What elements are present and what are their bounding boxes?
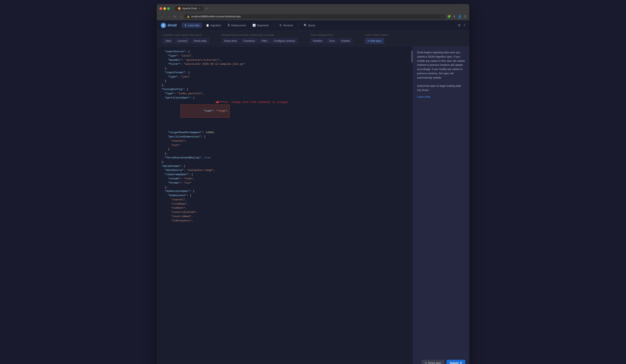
code-line-highlighted: "type": "range", — [161, 100, 408, 130]
nav-item-datasources[interactable]: 🗄 Datasources — [225, 23, 249, 28]
nav-item-ingestion-label: Ingestion — [210, 24, 221, 27]
wizard-sections: Connect and parse raw data Start Connect… — [163, 34, 463, 44]
download-icon[interactable]: ⬇ — [453, 15, 456, 18]
menu-icon[interactable]: ☰ — [464, 15, 467, 18]
new-tab-button[interactable]: + — [206, 7, 207, 10]
tab-parse-time[interactable]: Parse time — [221, 38, 239, 44]
nav-item-segments[interactable]: 📊 Segments — [250, 23, 272, 28]
code-line-18: }, — [161, 152, 408, 156]
druid-logo: D druid — [161, 23, 177, 28]
browser-tab-active[interactable]: D Apache Druid ✕ — [175, 6, 203, 11]
nav-menu: ⬆ Load data 📋 Ingestion 🗄 Datasources 📊 … — [182, 23, 318, 28]
tab-favicon: D — [178, 7, 181, 10]
code-line-8: } — [161, 79, 408, 83]
editor-pane[interactable]: "inputSource": { "type": "local", "baseD… — [157, 46, 413, 364]
code-line-13: "targetRowsPerSegment": 14000, — [161, 130, 408, 135]
tab-parse-data[interactable]: Parse data — [191, 38, 209, 44]
minimize-button[interactable] — [163, 7, 166, 10]
code-line-25: "format": "iso" — [161, 181, 408, 185]
panel-footer: ↺ Reset spec Submit ⬆ — [417, 360, 465, 364]
header-right: ⚙ ? — [458, 23, 465, 27]
tab-start[interactable]: Start — [163, 38, 174, 44]
code-content: "inputSource": { "type": "local", "baseD… — [157, 50, 413, 223]
scrollbar-thumb[interactable] — [411, 50, 413, 63]
section-label-submit: Verify and submit — [365, 34, 389, 36]
code-line-9: }, — [161, 83, 408, 87]
load-data-icon: ⬆ — [184, 24, 187, 27]
learn-more-link[interactable]: Learn more — [417, 95, 465, 99]
code-line-26: }, — [161, 185, 408, 190]
wizard-tabs-connect: Start Connect Parse data — [163, 38, 209, 44]
submit-label: Submit — [450, 361, 459, 364]
tab-connect[interactable]: Connect — [175, 38, 190, 44]
panel-description-text: Druid begins ingesting data once you sub… — [417, 50, 465, 80]
code-line-27: "dimensionsSpec": { — [161, 189, 408, 194]
tab-filter[interactable]: Filter — [259, 38, 270, 44]
forward-button[interactable]: → — [166, 14, 171, 19]
wizard-section-connect: Connect and parse raw data Start Connect… — [163, 34, 209, 44]
wizard-section-submit: Verify and submit ✏ Edit spec — [365, 34, 389, 44]
tab-transform[interactable]: Transform — [240, 38, 258, 44]
home-button[interactable]: ⌂ — [179, 14, 183, 19]
profile-icon[interactable]: 👤 — [458, 15, 462, 18]
address-bar[interactable]: 🔒 localhost:8888/unified-console.html#lo… — [185, 14, 445, 19]
logo-text: druid — [168, 23, 177, 27]
right-panel: Druid begins ingesting data once you sub… — [413, 46, 469, 364]
code-line-17: ] — [161, 147, 408, 152]
url-text: localhost:8888/unified-console.html#load… — [191, 15, 439, 18]
wizard-tabs-submit: ✏ Edit spec — [365, 38, 389, 44]
code-line-28: "dimensions": [ — [161, 194, 408, 198]
help-icon[interactable]: ? — [464, 24, 465, 27]
code-line-10: "tuningConfig": { — [161, 87, 408, 92]
scrollbar-track[interactable] — [411, 46, 413, 364]
address-bar-row: ← → ↻ ⌂ 🔒 localhost:8888/unified-console… — [157, 13, 469, 20]
tab-publish[interactable]: Publish — [338, 38, 353, 44]
tab-edit-spec[interactable]: ✏ Edit spec — [365, 38, 384, 44]
tab-tune[interactable]: Tune — [326, 38, 338, 44]
extensions-icon[interactable]: 🧩 — [447, 15, 451, 18]
tab-configure-schema[interactable]: Configure schema — [271, 38, 298, 44]
nav-item-ingestion[interactable]: 📋 Ingestion — [203, 23, 224, 28]
section-label-tune: Tune parameters — [310, 34, 353, 36]
code-line-2: "type": "local", — [161, 54, 408, 58]
tab-bar: D Apache Druid ✕ + — [175, 6, 467, 11]
code-line-3: "baseDir": "quickstart/tutorial/", — [161, 58, 408, 62]
code-line-29: "channel", — [161, 198, 408, 202]
titlebar: D Apache Druid ✕ + — [157, 4, 469, 13]
code-line-24: "column": "time", — [161, 177, 408, 181]
submit-icon: ⬆ — [460, 361, 462, 364]
nav-item-services[interactable]: ⚙ Services — [276, 23, 296, 28]
maximize-button[interactable] — [167, 7, 170, 10]
panel-submit-prompt: Submit the spec to begin loading data in… — [417, 84, 465, 92]
nav-item-load-data[interactable]: ⬆ Load data — [182, 23, 202, 28]
nav-item-query[interactable]: 🔍 Query — [301, 23, 318, 28]
nav-item-datasources-label: Datasources — [231, 24, 246, 27]
code-line-30: "cityName", — [161, 202, 408, 206]
annotation-text: change this from [hashed] to [range] — [231, 100, 288, 105]
annotation-arrow-svg — [214, 100, 230, 105]
reload-button[interactable]: ↻ — [173, 14, 177, 19]
tab-partition[interactable]: Partition — [310, 38, 325, 44]
code-line-23: "timestampSpec": { — [161, 172, 408, 177]
nav-item-load-data-label: Load data — [188, 24, 199, 27]
tab-title: Apache Druid — [182, 7, 197, 10]
close-button[interactable] — [159, 7, 162, 10]
section-label-transform: Transform data and configure schema — [221, 34, 298, 36]
bookmark-icon[interactable]: ☆ — [441, 15, 443, 18]
reset-spec-button[interactable]: ↺ Reset spec — [422, 360, 444, 364]
settings-icon[interactable]: ⚙ — [458, 23, 461, 27]
nav-item-segments-label: Segments — [257, 24, 269, 27]
wizard-tabs-transform: Parse time Transform Filter Configure sc… — [221, 38, 298, 44]
code-line-5: }, — [161, 66, 408, 71]
code-line-20: }, — [161, 160, 408, 164]
code-line-11: "type": "index_parallel", — [161, 92, 408, 96]
wizard-tabs-tune: Partition Tune Publish — [310, 38, 353, 44]
back-button[interactable]: ← — [159, 14, 164, 19]
code-line-12: "partitionsSpec": { — [161, 96, 408, 100]
traffic-lights — [159, 7, 170, 10]
tab-close-icon[interactable]: ✕ — [199, 7, 200, 10]
code-line-33: "countryName", — [161, 214, 408, 219]
submit-button[interactable]: Submit ⬆ — [446, 360, 465, 364]
code-line-19: "forceGuaranteedRollup": true — [161, 156, 408, 160]
code-line-7: "type": "json" — [161, 75, 408, 79]
